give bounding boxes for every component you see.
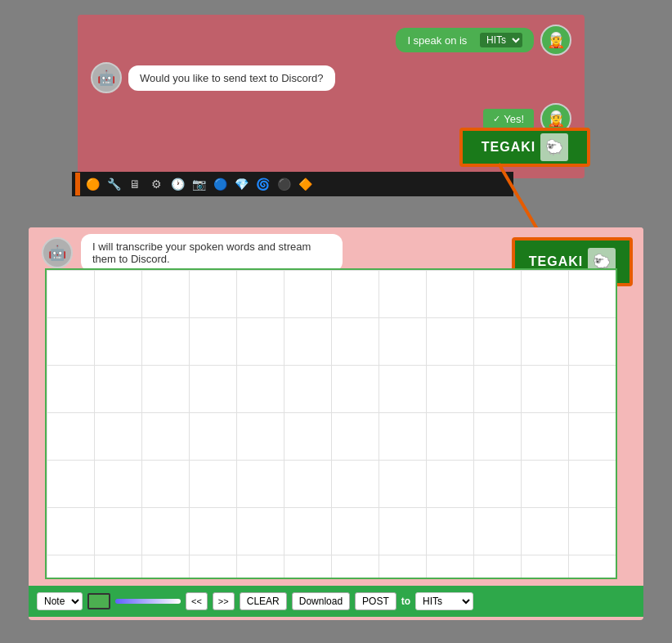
- clear-button[interactable]: CLEAR: [240, 592, 287, 610]
- taskbar-icon-3[interactable]: 🖥: [126, 175, 144, 193]
- tegaki-label-top: TEGAKI: [482, 140, 535, 155]
- next-button[interactable]: >>: [213, 592, 235, 610]
- destination-select[interactable]: HITs Discord Twitter: [415, 592, 473, 610]
- yes-button[interactable]: ✓ Yes!: [483, 109, 534, 129]
- taskbar-icon-10[interactable]: ⚫: [275, 175, 293, 193]
- speak-bubble: I speak on is HITs: [396, 28, 534, 52]
- taskbar: 🟠 🔧 🖥 ⚙ 🕐 📷 🔵 💎 🌀 ⚫ 🔶: [72, 172, 513, 196]
- post-button[interactable]: POST: [355, 592, 396, 610]
- taskbar-icon-4[interactable]: ⚙: [147, 175, 165, 193]
- taskbar-icon-7[interactable]: 🔵: [211, 175, 229, 193]
- bottom-toolbar: Note << >> CLEAR Download POST to HITs D…: [29, 586, 643, 617]
- tegaki-avatar-top: 🐑: [540, 133, 568, 161]
- checkmark-icon: ✓: [493, 114, 500, 124]
- taskbar-icon-9[interactable]: 🌀: [253, 175, 271, 193]
- brush-size-slider[interactable]: [115, 599, 181, 604]
- to-label: to: [401, 596, 410, 607]
- avatar-left-1: 🤖: [91, 62, 122, 93]
- note-select[interactable]: Note: [37, 592, 83, 610]
- taskbar-icon-11[interactable]: 🔶: [296, 175, 314, 193]
- canvas-grid: [47, 270, 616, 578]
- download-button[interactable]: Download: [292, 592, 350, 610]
- discord-bubble: Would you like to send text to Discord?: [128, 65, 335, 91]
- speak-dropdown[interactable]: HITs: [480, 33, 522, 47]
- tegaki-label-bottom: TEGAKI: [529, 254, 583, 269]
- tegaki-button-top[interactable]: TEGAKI 🐑: [459, 128, 590, 167]
- taskbar-icon-1[interactable]: 🟠: [83, 175, 101, 193]
- chat-row-1: I speak on is HITs 🧝: [91, 25, 571, 56]
- bottom-avatar: 🤖: [42, 237, 73, 268]
- taskbar-icon-2[interactable]: 🔧: [105, 175, 123, 193]
- yes-label: Yes!: [504, 113, 524, 125]
- speak-text: I speak on is: [407, 34, 467, 47]
- taskbar-icon-6[interactable]: 📷: [190, 175, 208, 193]
- bottom-chat-bubble: I will transcribe your spoken words and …: [81, 234, 343, 272]
- avatar-right-1: 🧝: [540, 25, 571, 56]
- prev-button[interactable]: <<: [186, 592, 208, 610]
- color-swatch[interactable]: [87, 593, 110, 609]
- drawing-canvas[interactable]: [45, 268, 617, 579]
- taskbar-icon-5[interactable]: 🕐: [168, 175, 186, 193]
- taskbar-accent: [75, 173, 80, 196]
- slider-container: [115, 599, 181, 604]
- taskbar-icon-8[interactable]: 💎: [232, 175, 250, 193]
- chat-row-2: 🤖 Would you like to send text to Discord…: [91, 62, 571, 93]
